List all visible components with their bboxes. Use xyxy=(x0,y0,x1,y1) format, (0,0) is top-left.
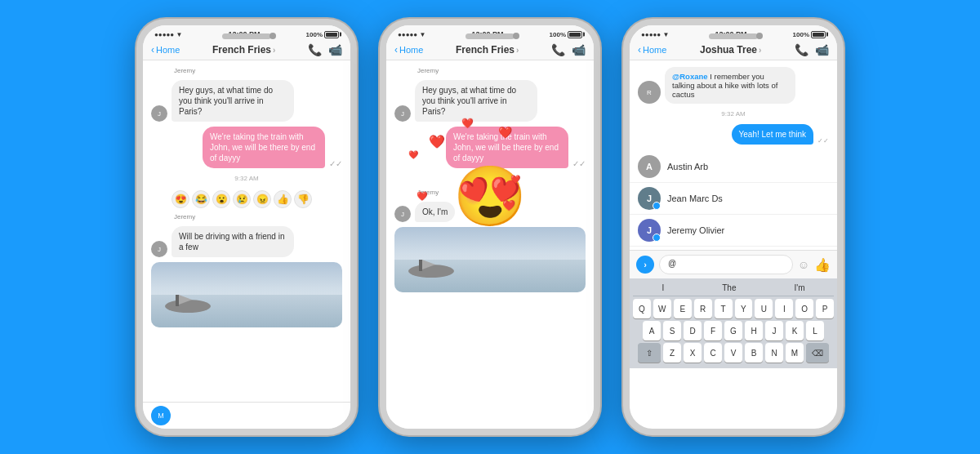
key-u[interactable]: U xyxy=(755,299,773,318)
key-h[interactable]: H xyxy=(745,321,763,340)
chat-area-3: R @Roxane I remember you talking about a… xyxy=(630,60,837,148)
nav-title-2: French Fries › xyxy=(456,44,519,56)
reaction-love-1[interactable]: 😍 xyxy=(172,190,189,208)
call-icon-3[interactable]: 📞 xyxy=(795,43,808,56)
reaction-thumbsdown-1[interactable]: 👎 xyxy=(294,190,312,208)
emoji-reactions-1[interactable]: 😍 😂 😮 😢 😠 👍 👎 xyxy=(172,190,342,208)
status-bar-2: ●●●●● ▼ 12:00 PM 100% xyxy=(386,25,594,40)
video-icon-1[interactable]: 📹 xyxy=(328,43,342,56)
suggestion-i[interactable]: I xyxy=(662,283,664,292)
battery-2: 100% xyxy=(550,31,582,38)
nav-title-1: French Fries › xyxy=(212,44,275,56)
battery-icon-3 xyxy=(811,31,826,38)
chat-image-2 xyxy=(394,227,586,292)
reaction-wow-1[interactable]: 😮 xyxy=(212,190,230,208)
key-delete[interactable]: ⌫ xyxy=(806,343,829,363)
bubble-sent-1: We're taking the train with John, we wil… xyxy=(203,127,325,168)
msg-time-3: 9:32 AM xyxy=(638,110,829,118)
key-z[interactable]: Z xyxy=(663,343,681,363)
battery-icon-2 xyxy=(568,31,582,38)
key-l[interactable]: L xyxy=(806,321,824,340)
message-input-3[interactable]: @ xyxy=(659,255,793,274)
key-a[interactable]: A xyxy=(643,321,661,340)
avatar-self-1: M xyxy=(151,406,171,425)
key-v[interactable]: V xyxy=(724,343,742,363)
key-w[interactable]: W xyxy=(653,299,671,318)
back-button-3[interactable]: ‹ Home xyxy=(638,44,666,56)
bubble-received-1: Hey guys, at what time do you think you'… xyxy=(172,80,294,122)
emoji-input-icon[interactable]: ☺ xyxy=(798,258,809,271)
msg-row-received-2: J Will be driving with a friend in a few xyxy=(151,226,342,257)
key-i[interactable]: I xyxy=(775,299,793,318)
reaction-sad-1[interactable]: 😢 xyxy=(233,190,251,208)
heart-p3: ❤️ xyxy=(498,126,512,139)
nav-title-3: Joshua Tree › xyxy=(700,44,761,56)
back-button-1[interactable]: ‹ Home xyxy=(151,44,180,56)
msg-row-sent-3: Yeah! Let me think ✓✓ xyxy=(638,124,829,145)
video-icon-3[interactable]: 📹 xyxy=(815,43,829,56)
key-g[interactable]: G xyxy=(724,321,742,340)
keyboard-row-3: ⇧ Z X C V B N M ⌫ xyxy=(633,343,834,363)
reaction-thumbsup-1[interactable]: 👍 xyxy=(274,190,292,208)
back-button-2[interactable]: ‹ Home xyxy=(394,44,423,56)
like-input-icon[interactable]: 👍 xyxy=(814,257,831,273)
key-r[interactable]: R xyxy=(694,299,712,318)
key-c[interactable]: C xyxy=(704,343,722,363)
emoji-main: 😍 xyxy=(453,163,527,229)
contact-list: A Austin Arb J Jean Marc Ds J Jeremy Oli… xyxy=(630,148,837,250)
reaction-angry-1[interactable]: 😠 xyxy=(253,190,271,208)
bubble-received-p2-2: Ok, I'm xyxy=(415,202,455,222)
key-d[interactable]: D xyxy=(684,321,702,340)
key-j[interactable]: J xyxy=(765,321,783,340)
key-m[interactable]: M xyxy=(786,343,804,363)
chat-area-2: Jeremy J Hey guys, at what time do you t… xyxy=(386,60,594,429)
video-icon-2[interactable]: 📹 xyxy=(572,43,586,56)
avatar-sender-3: R xyxy=(638,81,661,104)
read-icon-3: ✓✓ xyxy=(817,137,829,145)
reaction-laugh-1[interactable]: 😂 xyxy=(192,190,210,208)
call-icon-1[interactable]: 📞 xyxy=(308,43,322,56)
chat-image-1 xyxy=(151,262,342,327)
key-e[interactable]: E xyxy=(674,299,692,318)
back-chevron-3: ‹ xyxy=(638,44,641,56)
nav-bar-3: ‹ Home Joshua Tree › 📞 📹 xyxy=(630,40,837,60)
heart-p7: ❤️ xyxy=(510,175,520,184)
suggestion-the[interactable]: The xyxy=(722,283,736,292)
nav-icons-1: 📞 📹 xyxy=(308,43,342,56)
sender-label-jeremy-2: Jeremy xyxy=(174,213,342,220)
key-f[interactable]: F xyxy=(704,321,722,340)
key-t[interactable]: T xyxy=(715,299,733,318)
call-icon-2[interactable]: 📞 xyxy=(551,43,565,56)
contact-name-austin: Austin Arb xyxy=(667,162,708,171)
key-n[interactable]: N xyxy=(765,343,783,363)
key-k[interactable]: K xyxy=(786,321,804,340)
msg-row-received-p2-1: J Hey guys, at what time do you think yo… xyxy=(394,80,586,122)
status-bar-1: ●●●●● ▼ 12:00 PM 100% xyxy=(143,25,350,40)
back-label-3: Home xyxy=(643,45,666,55)
key-s[interactable]: S xyxy=(663,321,681,340)
key-q[interactable]: Q xyxy=(633,299,651,318)
back-chevron-1: ‹ xyxy=(151,44,154,56)
svg-point-3 xyxy=(408,265,454,278)
contact-item-austin[interactable]: A Austin Arb xyxy=(630,151,837,183)
key-p[interactable]: P xyxy=(816,299,834,318)
bubble-received-2: Will be driving with a friend in a few xyxy=(172,226,294,257)
avatar-jean: J xyxy=(638,187,661,210)
key-y[interactable]: Y xyxy=(735,299,753,318)
msg-row-sent-1: We're taking the train with John, we wil… xyxy=(151,127,342,168)
heart-p6: ❤️ xyxy=(502,199,515,211)
suggestion-im[interactable]: I'm xyxy=(794,283,804,292)
bubble-sent-3: Yeah! Let me think xyxy=(732,124,813,145)
back-label-2: Home xyxy=(399,45,423,55)
key-o[interactable]: O xyxy=(795,299,813,318)
key-x[interactable]: X xyxy=(684,343,702,363)
contact-item-jeremy[interactable]: J Jeremy Olivier xyxy=(630,215,837,247)
msg-row-sent-p2: We're taking the train with John, we wil… xyxy=(394,127,586,168)
key-shift[interactable]: ⇧ xyxy=(638,343,661,363)
svg-rect-4 xyxy=(419,260,422,271)
mention-button[interactable]: › xyxy=(636,256,654,274)
contact-name-jeremy: Jeremy Olivier xyxy=(667,225,724,235)
contact-item-jean[interactable]: J Jean Marc Ds xyxy=(630,183,837,215)
key-b[interactable]: B xyxy=(745,343,763,363)
avatar-jeremy-3: J xyxy=(638,219,661,242)
